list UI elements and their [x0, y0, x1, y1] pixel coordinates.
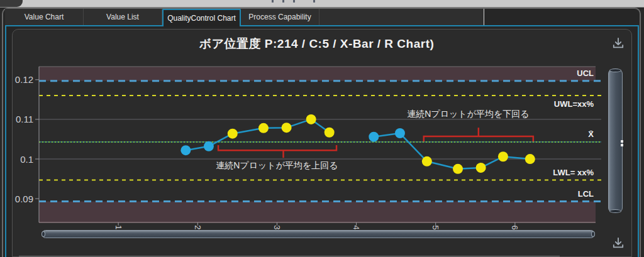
data-point[interactable]: [395, 128, 405, 138]
data-point[interactable]: [228, 129, 238, 139]
cropped-text-fragment: [313, 0, 315, 3]
vertical-zoom-slider[interactable]: [608, 69, 623, 212]
data-point[interactable]: [369, 132, 379, 142]
data-point[interactable]: [422, 156, 432, 167]
cropped-text-fragment: [293, 0, 295, 3]
chart-card: [12, 29, 632, 257]
cropped-text-fragment: [272, 0, 274, 3]
tab-value-list[interactable]: Value List: [84, 9, 162, 25]
tab-content-right-border: [638, 25, 639, 257]
data-point[interactable]: [525, 154, 535, 164]
download-icon: [611, 36, 626, 52]
download-icon: [611, 236, 626, 251]
tab-label: Value List: [106, 13, 139, 21]
tab-qualitycontrol-chart[interactable]: QualityControl Chart: [162, 9, 241, 26]
tab-content-top-border: [5, 25, 639, 26]
data-point[interactable]: [498, 151, 508, 161]
tab-process-capability[interactable]: Process Capability: [241, 9, 319, 25]
tab-label: Value Chart: [25, 13, 64, 21]
tab-label: Process Capability: [248, 13, 311, 21]
tab-value-chart[interactable]: Value Chart: [5, 9, 84, 25]
data-point[interactable]: [453, 164, 463, 174]
data-point[interactable]: [476, 163, 486, 173]
cropped-bottom-edge: [19, 256, 560, 256]
download-chart-button[interactable]: [611, 36, 626, 52]
data-point[interactable]: [325, 128, 335, 138]
tab-content-left-border: [5, 25, 6, 257]
data-point[interactable]: [306, 114, 316, 124]
tab-label: QualityControl Chart: [167, 14, 236, 23]
cropped-window-top-strip: [0, 0, 644, 8]
data-point[interactable]: [258, 123, 269, 133]
data-point[interactable]: [282, 123, 292, 133]
data-point[interactable]: [204, 141, 214, 151]
download-data-button[interactable]: [611, 236, 626, 251]
horizontal-zoom-slider[interactable]: [42, 230, 595, 238]
slider-grip-icon: [621, 140, 623, 143]
data-point[interactable]: [180, 145, 191, 155]
cropped-overlay-corner: [0, 0, 23, 7]
cropped-text-fragment: [282, 0, 284, 3]
chart-title: ボア位置度 P:214 / C:5 / X-Bar / R Chart): [39, 36, 594, 52]
